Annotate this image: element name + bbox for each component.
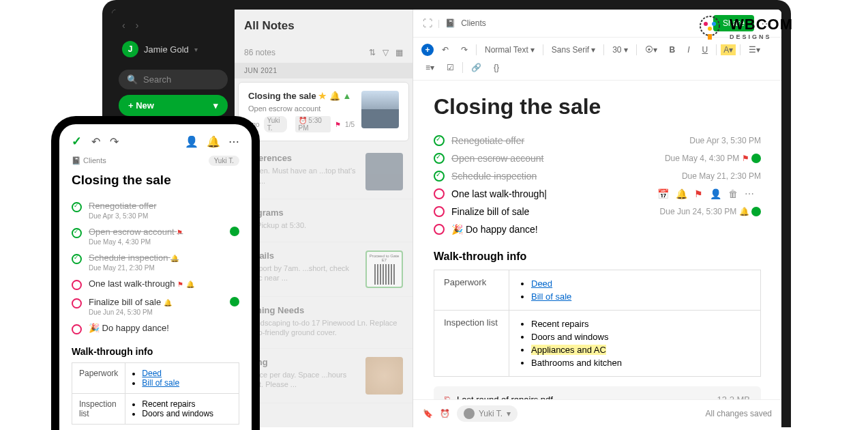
notebook-icon: 📓	[445, 18, 455, 28]
calendar-icon: 📅	[657, 188, 669, 199]
note-title[interactable]: Closing the sale	[434, 94, 761, 119]
sort-icon[interactable]: ⇅	[369, 48, 376, 57]
attachment-size: 13.2 MB	[717, 395, 750, 399]
notebook-name: Clients	[461, 18, 486, 28]
search-placeholder: Search	[143, 74, 171, 85]
table-label: Paperwork	[434, 270, 509, 311]
code-icon[interactable]: {}	[490, 61, 503, 74]
task-row[interactable]: Renegotiate offerDue Apr 3, 5:30 PM	[434, 132, 761, 149]
link-icon[interactable]: 🔗	[467, 61, 485, 74]
number-list-icon[interactable]: ≡▾	[421, 61, 438, 74]
task-row[interactable]: One last walk-through|📅🔔⚑👤🗑⋯	[434, 185, 761, 203]
svg-rect-4	[708, 34, 712, 40]
task-text: Renegotiate offer	[451, 135, 683, 146]
person-add-icon[interactable]: 👤	[185, 135, 198, 148]
task-row[interactable]: 🎉 Do happy dance!	[434, 220, 761, 238]
task-checkbox[interactable]	[434, 224, 445, 235]
task-checkbox[interactable]	[72, 228, 82, 238]
underline-icon[interactable]: U	[698, 43, 713, 57]
nav-back-icon[interactable]: ‹	[122, 20, 125, 31]
task-checkbox[interactable]	[434, 188, 445, 199]
task-checkbox[interactable]	[72, 254, 82, 264]
phone-title[interactable]: Closing the sale	[72, 173, 239, 188]
notes-count: 86 notes	[244, 48, 275, 57]
task-checkbox[interactable]	[434, 206, 445, 217]
reminder-icon[interactable]: 🔔	[207, 135, 220, 148]
user-badge[interactable]: J Jamie Gold ▾	[119, 34, 228, 64]
style-select[interactable]: Normal Text ▾	[481, 43, 539, 57]
bullet-list-icon[interactable]: ☰▾	[745, 43, 764, 57]
task-row[interactable]: Open escrow accountDue May 4, 4:30 PM ⚑	[434, 149, 761, 167]
task-row[interactable]: Open escrow account ⚑Due May 4, 4:30 PM	[72, 223, 239, 249]
note-card[interactable]: ...ograms... · Pickup at 5:30.	[235, 199, 413, 242]
highlight-icon[interactable]: A▾	[721, 44, 736, 55]
notebook-name[interactable]: Clients	[83, 156, 106, 164]
expand-icon[interactable]: ⛶	[423, 18, 432, 29]
task-checkbox[interactable]	[72, 324, 82, 334]
note-card[interactable]: ...ting...twice per day. Space ...hours …	[235, 349, 413, 403]
flag-icon: ⚑	[694, 188, 703, 199]
note-card[interactable]: Referenceskitchen. Must have an ...top t…	[235, 145, 413, 199]
done-icon[interactable]: ✓	[72, 134, 82, 149]
task-text: 🎉 Do happy dance!	[451, 224, 754, 235]
more-icon[interactable]: ⋯	[228, 135, 239, 148]
logo-sub: DESIGNS	[730, 33, 793, 40]
delete-icon: 🗑	[728, 188, 738, 199]
font-select[interactable]: Sans Serif ▾	[548, 43, 599, 57]
note-card[interactable]: ...aning Needs...landscaping to-do 17 Pi…	[235, 297, 413, 349]
task-row[interactable]: Finalize bill of saleDue Jun 24, 5:30 PM…	[434, 203, 761, 220]
nav-arrows: ‹ ›	[119, 16, 228, 34]
size-select[interactable]: 30 ▾	[608, 43, 631, 57]
task-row[interactable]: Schedule inspectionDue May 21, 2:30 PM	[434, 167, 761, 185]
svg-point-2	[712, 22, 716, 26]
task-checkbox[interactable]	[434, 153, 445, 164]
task-row[interactable]: Finalize bill of sale 🔔Due Jun 24, 5:30 …	[72, 293, 239, 319]
attachment-name: Last round of repairs.pdf	[457, 395, 553, 399]
task-checkbox[interactable]	[72, 202, 82, 212]
view-icon[interactable]: ▦	[395, 48, 403, 57]
task-row[interactable]: Renegotiate offerDue Apr 3, 5:30 PM	[72, 197, 239, 223]
editor-body[interactable]: Closing the sale Renegotiate offerDue Ap…	[413, 81, 781, 399]
nav-forward-icon[interactable]: ›	[136, 20, 139, 31]
task-checkbox[interactable]	[434, 171, 445, 182]
filter-icon[interactable]: ▽	[383, 48, 389, 57]
redo-icon[interactable]: ↷	[457, 43, 472, 57]
bold-icon[interactable]: B	[665, 43, 680, 57]
redo-icon[interactable]: ↷	[110, 135, 119, 148]
insert-button[interactable]: +	[421, 44, 434, 56]
task-row[interactable]: 🎉 Do happy dance!	[72, 319, 239, 338]
task-checkbox[interactable]	[72, 298, 82, 309]
italic-icon[interactable]: I	[683, 43, 693, 57]
author-chip[interactable]: Yuki T. ▾	[457, 405, 518, 422]
task-checkbox[interactable]	[434, 135, 445, 146]
note-card[interactable]: ...etails...airport by 7am. ...short, ch…	[235, 242, 413, 297]
task-checkbox[interactable]	[72, 280, 82, 290]
note-card[interactable]: Closing the sale ★ 🔔 ▲Open escrow accoun…	[238, 82, 409, 141]
attachment[interactable]: ⎘ Last round of repairs.pdf 13.2 MB	[434, 386, 761, 399]
new-label: + New	[128, 100, 154, 111]
editor-pane: ⛶ | 📓 Clients Share ⋯ + ↶ ↷ Normal Text …	[413, 10, 781, 427]
month-header: JUN 2021	[235, 63, 413, 78]
undo-icon[interactable]: ↶	[438, 43, 453, 57]
undo-icon[interactable]: ↶	[91, 135, 100, 148]
list-header: All Notes	[235, 10, 413, 42]
table-label: Inspection list	[434, 311, 509, 377]
task-date: Due Apr 3, 5:30 PM	[689, 136, 761, 145]
reminder-icon[interactable]: ⏰	[440, 409, 450, 418]
checklist-icon[interactable]: ☑	[443, 61, 458, 74]
svg-point-1	[704, 22, 708, 26]
new-button[interactable]: + New ▾	[119, 95, 228, 116]
tag-icon[interactable]: 🔖	[423, 409, 433, 418]
breadcrumb[interactable]: ⛶ | 📓 Clients	[423, 18, 486, 29]
phone-table: PaperworkDeedBill of saleInspection list…	[72, 362, 239, 425]
footer-bar: 🔖 ⏰ Yuki T. ▾ All changes saved	[413, 399, 781, 427]
task-text: Open escrow account	[451, 153, 658, 164]
task-text: Finalize bill of sale	[451, 206, 653, 217]
user-name: Jamie Gold	[144, 44, 189, 55]
search-input[interactable]: 🔍 Search	[119, 70, 228, 89]
author-name: Yuki T.	[479, 409, 503, 418]
task-row[interactable]: One last walk-through ⚑ 🔔	[72, 275, 239, 293]
color-icon[interactable]: ⦿▾	[641, 43, 661, 57]
phone-topbar: ✓ ↶ ↷ 👤 🔔 ⋯	[72, 134, 239, 149]
task-row[interactable]: Schedule inspection 🔔Due May 21, 2:30 PM	[72, 249, 239, 275]
